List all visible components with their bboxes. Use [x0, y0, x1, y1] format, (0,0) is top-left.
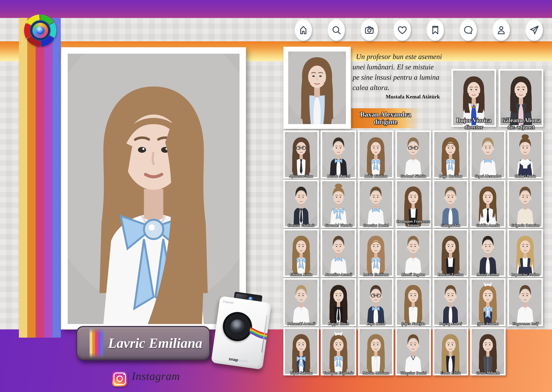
student-photo	[397, 230, 430, 275]
top-purple-band	[0, 0, 552, 18]
instagram-label: Instagram	[132, 370, 180, 383]
student-photo	[397, 280, 430, 325]
rainbow-stripes	[19, 18, 61, 338]
plate-rainbow-stripe	[90, 328, 103, 358]
stripe	[44, 18, 52, 338]
diriginte-photo	[288, 51, 346, 124]
student-photo	[509, 280, 541, 325]
plate-stripe-band	[92, 328, 95, 358]
student-card: Ungureanu Iosif	[508, 278, 543, 326]
student-name: Gaidău Amelia	[470, 223, 505, 227]
student-card: Marian Mariana	[358, 327, 394, 375]
student-name: Buga Carolina	[433, 174, 468, 178]
student-card: Moisei Artiom	[470, 229, 506, 277]
quote-author: Mustafa Kemal Atâtürk	[364, 94, 440, 100]
student-name: Moisei Artiom	[470, 273, 505, 277]
student-photo	[285, 181, 317, 226]
student-name: Lupanciuc Polina	[508, 273, 543, 277]
featured-name: Lavric Emiliana	[105, 327, 206, 359]
search-icon[interactable]	[328, 19, 345, 41]
student-name: Crasnajon Francesca Antonia	[396, 219, 431, 227]
student-card: Poleanski Artemii	[283, 278, 319, 326]
featured-portrait-photo	[68, 54, 239, 324]
plate-stripe-band	[98, 328, 100, 358]
student-photo	[397, 329, 430, 374]
quote-line: unei lumânari. El se mistuie	[352, 62, 453, 72]
student-card: Bezede Marcel	[321, 131, 356, 179]
featured-name-plate: Lavric Emiliana	[76, 326, 210, 360]
diriginte-role: diriginte	[351, 118, 420, 126]
send-icon[interactable]	[526, 19, 543, 41]
diriginte-name: Baxan Alexandra	[351, 111, 420, 118]
student-photo	[322, 329, 355, 374]
teacher-quote: Un profesor bun este asemeni unei lumâna…	[352, 51, 453, 93]
stripe	[36, 18, 44, 338]
student-card: Șpak Ariadna	[470, 278, 506, 326]
student-name: Șopca Nadejda	[396, 322, 431, 326]
director-label: Bujor Viorica director	[452, 117, 496, 130]
student-name: Chilari Daria	[508, 174, 543, 178]
diriginte-label: Baxan Alexandra diriginte	[351, 108, 420, 128]
profile-icon[interactable]	[493, 19, 510, 41]
student-photo	[285, 230, 317, 275]
heart-icon[interactable]	[394, 19, 411, 41]
bookmark-icon[interactable]	[427, 19, 444, 41]
student-name: Cravciuc Daniel	[358, 223, 393, 227]
student-name: Lavric Emiliana	[358, 273, 393, 277]
student-name: Tofan Sabrina	[284, 371, 319, 375]
student-name: Poleanski Artemii	[284, 322, 319, 326]
student-name: Grigoriu Octavian	[508, 223, 543, 227]
student-name: Bezede Marcel	[321, 174, 356, 178]
student-name: Carbuni Nichita	[396, 174, 431, 178]
student-card: Liontii Bogdan	[395, 229, 431, 277]
student-name: Tarlapan Evghenia	[321, 371, 356, 375]
yearbook-page: Lavric Emiliana Polaroid snaptouch	[0, 0, 552, 392]
student-name: Cepoi Alexandru	[470, 174, 505, 178]
student-card: Grosu Mihaela	[470, 327, 506, 375]
diriginte-photo-card	[283, 47, 351, 129]
home-icon[interactable]	[295, 19, 312, 41]
student-photo	[509, 230, 541, 275]
student-photo	[472, 132, 504, 177]
comment-icon[interactable]	[460, 19, 477, 41]
student-card: Ghitlan Xenia	[283, 229, 319, 277]
quote-line: pe sine însusi pentru a lumina	[352, 72, 453, 82]
student-card: Babii Cătălina	[358, 131, 394, 179]
student-photo	[322, 132, 355, 177]
camera-body: Polaroid snaptouch	[211, 296, 272, 370]
student-name: Șpak Ariadna	[470, 322, 505, 326]
student-name: Popa David	[358, 322, 393, 326]
stripe	[52, 18, 61, 338]
student-photo	[434, 181, 467, 226]
featured-portrait-frame	[61, 47, 246, 329]
plate-stripe-band	[100, 328, 103, 358]
instagram-logo-icon[interactable]	[112, 371, 127, 386]
plate-stripe-band	[90, 328, 92, 358]
student-photo	[472, 329, 504, 374]
student-name: Corcodel Victoria	[321, 223, 356, 227]
student-photo	[359, 230, 392, 275]
student-card: Lavric Emiliana	[358, 229, 394, 277]
student-card: Corcodel Victoria	[321, 180, 356, 228]
student-card: Tarlapan Evghenia	[321, 327, 356, 375]
student-card: Juravliov Arsenii	[321, 229, 356, 277]
student-name: Aftinescu Ilina	[284, 174, 319, 178]
student-card: Cepoi Alexandru	[470, 131, 506, 179]
student-name: Ungureanu Iosif	[508, 322, 543, 326]
student-photo	[397, 132, 430, 177]
student-photo	[359, 181, 392, 226]
student-card: Buga Carolina	[433, 131, 468, 179]
student-card: Popșoi Ilinca	[321, 278, 356, 326]
student-name: Pușcaș Andrei	[433, 322, 468, 326]
student-card: Șopca Nadejda	[395, 278, 431, 326]
student-photo	[472, 181, 504, 226]
student-photo	[472, 280, 504, 325]
quote-line: Un profesor bun este asemeni	[352, 51, 453, 62]
student-photo	[434, 280, 467, 325]
camera-icon[interactable]	[361, 19, 378, 41]
polaroid-camera: Polaroid snaptouch	[210, 289, 274, 371]
student-name: Popșoi Ilinca	[321, 322, 356, 326]
student-name: Babii Cătălina	[358, 174, 393, 178]
student-card: Voloșciuc Daniel	[395, 327, 431, 375]
student-photo	[359, 132, 392, 177]
